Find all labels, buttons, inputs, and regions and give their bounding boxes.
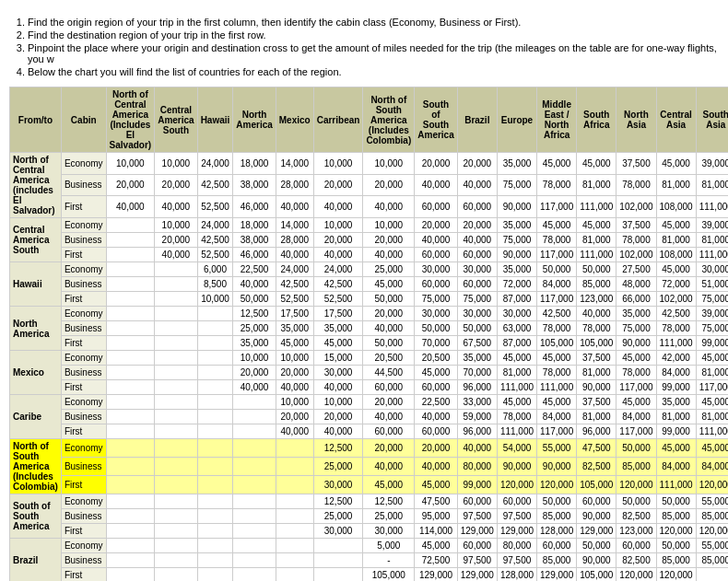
data-cell: 111,000 bbox=[696, 248, 728, 262]
data-cell: 12,500 bbox=[363, 494, 415, 509]
table-row: First105,000129,000129,000128,000129,000… bbox=[10, 568, 729, 582]
col-fromto: From/to bbox=[10, 87, 62, 153]
data-cell bbox=[233, 509, 276, 524]
data-cell: 85,000 bbox=[577, 277, 616, 292]
data-cell: 28,000 bbox=[276, 174, 313, 196]
data-cell bbox=[233, 524, 276, 539]
data-cell: 5,000 bbox=[363, 539, 415, 553]
data-cell bbox=[106, 307, 155, 321]
data-cell bbox=[197, 509, 233, 524]
data-cell: 87,000 bbox=[497, 292, 536, 307]
data-cell: 72,500 bbox=[415, 553, 457, 568]
data-cell: 129,000 bbox=[537, 568, 577, 582]
cabin-cell: Business bbox=[61, 410, 106, 424]
table-row: First10,00050,00052,50052,50050,00075,00… bbox=[10, 292, 729, 307]
data-cell: 120,000 bbox=[656, 524, 696, 539]
data-cell: 85,000 bbox=[656, 509, 696, 524]
cabin-cell: Business bbox=[61, 458, 106, 476]
data-cell: 40,000 bbox=[363, 458, 415, 476]
cabin-cell: Business bbox=[61, 233, 106, 248]
data-cell: 30,000 bbox=[363, 524, 415, 539]
data-cell: 30,000 bbox=[497, 307, 536, 321]
data-cell: 102,000 bbox=[616, 196, 656, 218]
table-row: First40,00040,00040,00060,00060,00096,00… bbox=[10, 380, 729, 395]
data-cell: 30,000 bbox=[696, 262, 728, 277]
data-cell bbox=[106, 277, 155, 292]
data-cell bbox=[197, 366, 233, 380]
cabin-cell: Business bbox=[61, 553, 106, 568]
data-cell: 85,000 bbox=[537, 553, 577, 568]
data-cell: 50,000 bbox=[656, 494, 696, 509]
table-row: Business20,00020,00040,00040,00059,00078… bbox=[10, 410, 729, 424]
data-cell bbox=[197, 395, 233, 410]
data-cell: 45,000 bbox=[537, 395, 577, 410]
data-cell: 40,000 bbox=[457, 233, 497, 248]
col-brazil: Brazil bbox=[457, 87, 497, 153]
cabin-cell: Economy bbox=[61, 539, 106, 553]
cabin-cell: First bbox=[61, 248, 106, 262]
mileage-table: From/to Cabin North of Central America (… bbox=[9, 87, 728, 581]
data-cell: 78,000 bbox=[616, 366, 656, 380]
data-cell: 129,000 bbox=[415, 568, 457, 582]
data-cell: 45,000 bbox=[276, 336, 313, 351]
data-cell: 85,000 bbox=[656, 553, 696, 568]
data-cell: 35,000 bbox=[616, 307, 656, 321]
data-cell: 20,000 bbox=[363, 439, 415, 458]
data-cell: 50,000 bbox=[656, 539, 696, 553]
data-cell: 18,000 bbox=[233, 218, 276, 233]
table-row: Business-72,50097,50097,50085,00090,0008… bbox=[10, 553, 729, 568]
data-cell: 111,000 bbox=[497, 424, 536, 439]
region-label: North of Central America (includes El Sa… bbox=[10, 153, 62, 218]
data-cell: 120,000 bbox=[656, 568, 696, 582]
data-cell bbox=[276, 476, 313, 494]
data-cell: 102,000 bbox=[616, 248, 656, 262]
data-cell: 20,000 bbox=[415, 153, 457, 175]
data-cell: 84,000 bbox=[616, 410, 656, 424]
data-cell bbox=[197, 307, 233, 321]
data-cell: 10,000 bbox=[363, 153, 415, 175]
data-cell: 59,000 bbox=[457, 410, 497, 424]
data-cell: 85,000 bbox=[696, 553, 728, 568]
data-cell bbox=[276, 494, 313, 509]
data-cell: 117,000 bbox=[696, 380, 728, 395]
data-cell: 111,000 bbox=[577, 248, 616, 262]
data-cell bbox=[155, 380, 197, 395]
col-mexico: Mexico bbox=[276, 87, 313, 153]
data-cell: 40,000 bbox=[415, 174, 457, 196]
data-cell bbox=[233, 494, 276, 509]
data-cell: 35,000 bbox=[656, 395, 696, 410]
table-row: First30,00030,000114,000129,000129,00012… bbox=[10, 524, 729, 539]
data-cell: 39,000 bbox=[696, 218, 728, 233]
data-cell: 81,000 bbox=[577, 410, 616, 424]
data-cell: 37,500 bbox=[616, 153, 656, 175]
region-label: Central America South bbox=[10, 218, 62, 262]
data-cell: 28,000 bbox=[276, 233, 313, 248]
data-cell: 60,000 bbox=[457, 196, 497, 218]
data-cell: 42,500 bbox=[276, 277, 313, 292]
cabin-cell: Business bbox=[61, 277, 106, 292]
data-cell: 10,000 bbox=[197, 292, 233, 307]
data-cell: 45,000 bbox=[616, 351, 656, 366]
data-cell: 39,000 bbox=[696, 307, 728, 321]
data-cell: 37,500 bbox=[577, 395, 616, 410]
data-cell bbox=[155, 292, 197, 307]
data-cell bbox=[155, 568, 197, 582]
data-cell: 78,000 bbox=[537, 233, 577, 248]
data-cell: 20,000 bbox=[363, 395, 415, 410]
data-cell: 40,000 bbox=[106, 196, 155, 218]
data-cell: 10,000 bbox=[155, 218, 197, 233]
data-cell: 40,000 bbox=[313, 424, 363, 439]
data-cell: 20,000 bbox=[313, 233, 363, 248]
data-cell: - bbox=[363, 553, 415, 568]
data-cell: 90,000 bbox=[537, 458, 577, 476]
data-cell: 105,000 bbox=[577, 336, 616, 351]
data-cell: 90,000 bbox=[577, 380, 616, 395]
data-cell bbox=[197, 351, 233, 366]
cabin-cell: Economy bbox=[61, 218, 106, 233]
cabin-cell: First bbox=[61, 292, 106, 307]
data-cell: 40,000 bbox=[363, 248, 415, 262]
data-cell: 96,000 bbox=[577, 424, 616, 439]
data-cell bbox=[197, 539, 233, 553]
data-cell: 117,000 bbox=[537, 292, 577, 307]
data-cell: 75,000 bbox=[616, 321, 656, 336]
